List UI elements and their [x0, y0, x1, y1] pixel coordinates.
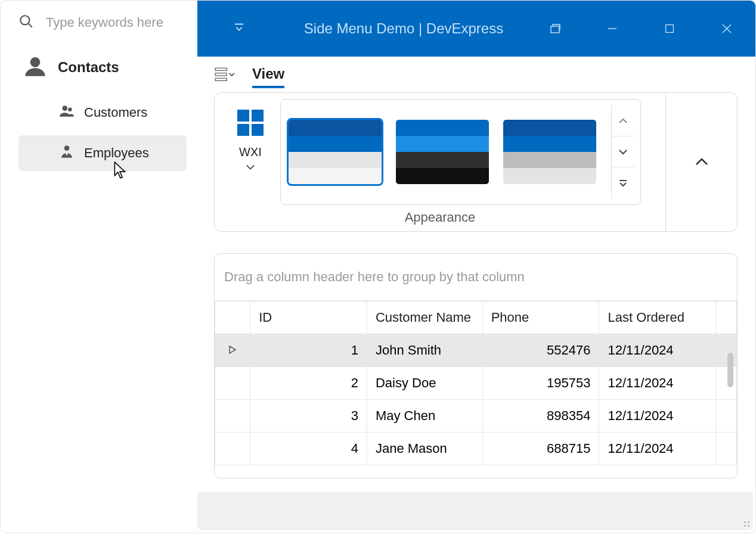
svg-rect-8	[551, 26, 559, 33]
cell-scroll-gutter	[716, 400, 737, 433]
quick-access-dropdown-icon[interactable]	[233, 21, 246, 36]
cell-id[interactable]: 2	[250, 367, 367, 400]
sidebar-group-title: Contacts	[58, 59, 119, 76]
svg-rect-13	[215, 68, 227, 70]
scrollbar-gutter	[716, 301, 737, 334]
svg-rect-6	[66, 152, 67, 155]
cell-scroll-gutter	[716, 367, 737, 400]
tab-view[interactable]: View	[252, 66, 284, 88]
sidebar-group-contacts[interactable]: Contacts	[1, 42, 197, 92]
window-title: Side Menu Demo | DevExpress	[281, 20, 526, 37]
search-icon	[18, 14, 34, 32]
row-indicator	[215, 334, 250, 367]
theme-gallery	[280, 99, 641, 205]
row-indicator	[215, 433, 250, 465]
sidebar-item-label: Customers	[84, 105, 147, 120]
ribbon-group-label: Appearance	[215, 206, 665, 231]
cell-name[interactable]: Daisy Doe	[367, 367, 482, 400]
titlebar: Side Menu Demo | DevExpress	[197, 1, 755, 57]
minimize-button[interactable]	[584, 1, 641, 57]
svg-marker-17	[230, 346, 236, 353]
sidebar-item-customers[interactable]: Customers	[18, 95, 187, 130]
column-header-row: ID Customer Name Phone Last Ordered	[215, 301, 737, 334]
close-button[interactable]	[698, 1, 755, 57]
column-header-name[interactable]: Customer Name	[367, 301, 482, 334]
row-indicator	[215, 367, 250, 400]
contacts-icon	[23, 54, 47, 80]
cell-last-ordered[interactable]: 12/11/2024	[599, 433, 716, 465]
cell-phone[interactable]: 552476	[482, 334, 599, 367]
status-bar	[197, 492, 753, 530]
svg-point-2	[30, 57, 41, 67]
sidebar-item-employees[interactable]: Employees	[18, 135, 187, 171]
ribbon-options-button[interactable]	[214, 67, 234, 87]
ribbon-appearance-group: WXI Appearance	[214, 92, 738, 232]
svg-point-0	[20, 15, 29, 24]
gallery-dropdown[interactable]	[612, 167, 634, 198]
resize-grip[interactable]	[741, 518, 749, 527]
employees-icon	[59, 144, 75, 163]
cell-id[interactable]: 3	[250, 400, 367, 433]
search-input[interactable]	[46, 15, 185, 30]
skin-picker-button[interactable]: WXI	[227, 99, 274, 171]
cell-id[interactable]: 1	[250, 334, 367, 367]
column-header-phone[interactable]: Phone	[482, 301, 599, 334]
data-grid[interactable]: Drag a column header here to group by th…	[214, 253, 738, 478]
svg-point-4	[68, 108, 72, 112]
svg-rect-15	[215, 78, 227, 80]
cell-phone[interactable]: 195753	[482, 367, 599, 400]
gallery-scroll-up[interactable]	[612, 105, 634, 136]
cell-name[interactable]: John Smith	[367, 334, 482, 367]
svg-rect-10	[666, 25, 674, 33]
column-header-id[interactable]: ID	[250, 301, 367, 334]
row-indicator	[215, 400, 250, 433]
cell-name[interactable]: Jane Mason	[367, 433, 482, 465]
svg-rect-14	[215, 73, 227, 76]
gallery-scroll-down[interactable]	[612, 136, 634, 167]
table-row[interactable]: 2Daisy Doe19575312/11/2024	[215, 367, 737, 400]
ribbon-collapse-button[interactable]	[665, 93, 737, 231]
cell-last-ordered[interactable]: 12/11/2024	[599, 334, 716, 367]
cell-id[interactable]: 4	[250, 433, 367, 465]
restore-down-button[interactable]	[526, 1, 584, 57]
chevron-down-icon	[245, 163, 256, 171]
sidebar: Contacts Customers Employees	[1, 1, 197, 533]
table-row[interactable]: 1John Smith55247612/11/2024	[215, 334, 737, 367]
table-row[interactable]: 3May Chen89835412/11/2024	[215, 400, 737, 433]
svg-point-3	[62, 105, 67, 111]
cell-scroll-gutter	[716, 334, 737, 367]
svg-line-1	[28, 23, 32, 27]
theme-swatch-2[interactable]	[501, 118, 598, 186]
skin-picker-label: WXI	[239, 145, 262, 159]
cell-phone[interactable]: 688715	[482, 433, 599, 465]
customers-icon	[59, 103, 75, 122]
svg-point-5	[64, 145, 70, 151]
cell-name[interactable]: May Chen	[367, 400, 482, 433]
cell-scroll-gutter	[716, 433, 737, 465]
column-header-last[interactable]: Last Ordered	[599, 301, 716, 334]
theme-swatch-0[interactable]	[287, 118, 383, 186]
main-area: Side Menu Demo | DevExpress	[197, 1, 755, 533]
indicator-header	[215, 301, 250, 334]
table-row[interactable]: 4Jane Mason68871512/11/2024	[215, 433, 737, 465]
group-panel[interactable]: Drag a column header here to group by th…	[215, 254, 737, 301]
windows-tiles-icon	[237, 110, 264, 136]
cell-phone[interactable]: 898354	[482, 400, 599, 433]
cell-last-ordered[interactable]: 12/11/2024	[599, 367, 716, 400]
cell-last-ordered[interactable]: 12/11/2024	[599, 400, 716, 433]
maximize-button[interactable]	[641, 1, 698, 57]
theme-swatch-1[interactable]	[394, 118, 491, 186]
sidebar-item-label: Employees	[84, 145, 149, 161]
grid-vertical-scrollbar[interactable]	[727, 353, 733, 387]
